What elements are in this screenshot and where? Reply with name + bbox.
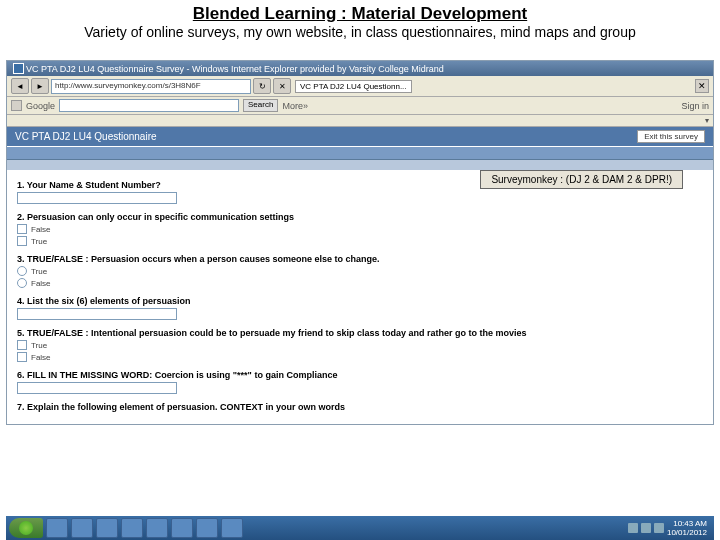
taskbar-item[interactable] (221, 518, 243, 538)
question-3: 3. TRUE/FALSE : Persuasion occurs when a… (17, 254, 703, 288)
google-search-input[interactable] (59, 99, 239, 112)
signin-link[interactable]: Sign in (681, 101, 709, 111)
taskbar-item[interactable] (121, 518, 143, 538)
back-button[interactable]: ◄ (11, 78, 29, 94)
toolbar-icon[interactable] (11, 100, 22, 111)
q6-input[interactable] (17, 382, 177, 394)
exit-survey-button[interactable]: Exit this survey (637, 130, 705, 143)
taskbar[interactable]: 10:43 AM 10/01/2012 (6, 516, 714, 540)
survey-title: VC PTA DJ2 LU4 Questionnaire (15, 131, 157, 142)
survey-subbar (7, 160, 713, 170)
tray-icon[interactable] (641, 523, 651, 533)
survey-header: VC PTA DJ2 LU4 Questionnaire Exit this s… (7, 127, 713, 146)
annotation-callout: Surveymonkey : (DJ 2 & DAM 2 & DPR!) (480, 170, 683, 189)
taskbar-item[interactable] (96, 518, 118, 538)
q1-text: 1. Your Name & Student Number? (17, 180, 161, 190)
tray-icon[interactable] (654, 523, 664, 533)
checkbox-icon (17, 236, 27, 246)
taskbar-item[interactable] (46, 518, 68, 538)
q4-input[interactable] (17, 308, 177, 320)
more-link[interactable]: More» (282, 101, 308, 111)
google-label: Google (26, 101, 55, 111)
clock-date: 10/01/2012 (667, 528, 707, 537)
checkbox-icon (17, 224, 27, 234)
system-tray[interactable]: 10:43 AM 10/01/2012 (628, 519, 711, 537)
radio-icon (17, 278, 27, 288)
slide-subtitle: Variety of online surveys, my own websit… (0, 24, 720, 40)
windows-orb-icon (19, 521, 33, 535)
browser-nav: ◄ ► http://www.surveymonkey.com/s/3H8N6F… (7, 76, 713, 97)
window-titlebar[interactable]: VC PTA DJ2 LU4 Questionnaire Survey - Wi… (7, 61, 713, 76)
ie-icon (13, 63, 24, 74)
browser-window: VC PTA DJ2 LU4 Questionnaire Survey - Wi… (6, 60, 714, 425)
forward-button[interactable]: ► (31, 78, 49, 94)
clock-time: 10:43 AM (667, 519, 707, 528)
q5-option-a[interactable]: True (17, 340, 703, 350)
question-5: 5. TRUE/FALSE : Intentional persuasion c… (17, 328, 703, 362)
q7-text: 7. Explain the following element of pers… (17, 402, 345, 412)
ie-menubar[interactable]: ▾ (7, 115, 713, 127)
q5-text: 5. TRUE/FALSE : Intentional persuasion c… (17, 328, 527, 338)
address-bar[interactable]: http://www.surveymonkey.com/s/3H8N6F (51, 79, 251, 94)
q2-option-b[interactable]: True (17, 236, 703, 246)
survey-banner (7, 146, 713, 160)
window-title: VC PTA DJ2 LU4 Questionnaire Survey - Wi… (26, 64, 444, 74)
checkbox-icon (17, 352, 27, 362)
taskbar-item[interactable] (71, 518, 93, 538)
q1-input[interactable] (17, 192, 177, 204)
slide-title: Blended Learning : Material Development (0, 4, 720, 24)
taskbar-item[interactable] (171, 518, 193, 538)
refresh-button[interactable]: ↻ (253, 78, 271, 94)
slide-header: Blended Learning : Material Development … (0, 0, 720, 42)
q2-option-a[interactable]: False (17, 224, 703, 234)
tray-icon[interactable] (628, 523, 638, 533)
q3-text: 3. TRUE/FALSE : Persuasion occurs when a… (17, 254, 380, 264)
browser-tab[interactable]: VC PTA DJ2 LU4 Questionn... (295, 80, 412, 93)
q6-text: 6. FILL IN THE MISSING WORD: Coercion is… (17, 370, 337, 380)
tab-close-button[interactable]: ✕ (695, 79, 709, 93)
question-2: 2. Persuasion can only occur in specific… (17, 212, 703, 246)
taskbar-item[interactable] (196, 518, 218, 538)
q3-option-a[interactable]: True (17, 266, 703, 276)
q5-option-b[interactable]: False (17, 352, 703, 362)
start-button[interactable] (9, 518, 43, 538)
radio-icon (17, 266, 27, 276)
question-4: 4. List the six (6) elements of persuasi… (17, 296, 703, 320)
stop-button[interactable]: ✕ (273, 78, 291, 94)
google-toolbar: Google Search More» Sign in (7, 97, 713, 115)
survey-content: Surveymonkey : (DJ 2 & DAM 2 & DPR!) 1. … (7, 170, 713, 424)
q4-text: 4. List the six (6) elements of persuasi… (17, 296, 191, 306)
checkbox-icon (17, 340, 27, 350)
q3-option-b[interactable]: False (17, 278, 703, 288)
question-6: 6. FILL IN THE MISSING WORD: Coercion is… (17, 370, 703, 394)
google-search-button[interactable]: Search (243, 99, 278, 112)
taskbar-item[interactable] (146, 518, 168, 538)
q2-text: 2. Persuasion can only occur in specific… (17, 212, 294, 222)
question-7: 7. Explain the following element of pers… (17, 402, 703, 412)
